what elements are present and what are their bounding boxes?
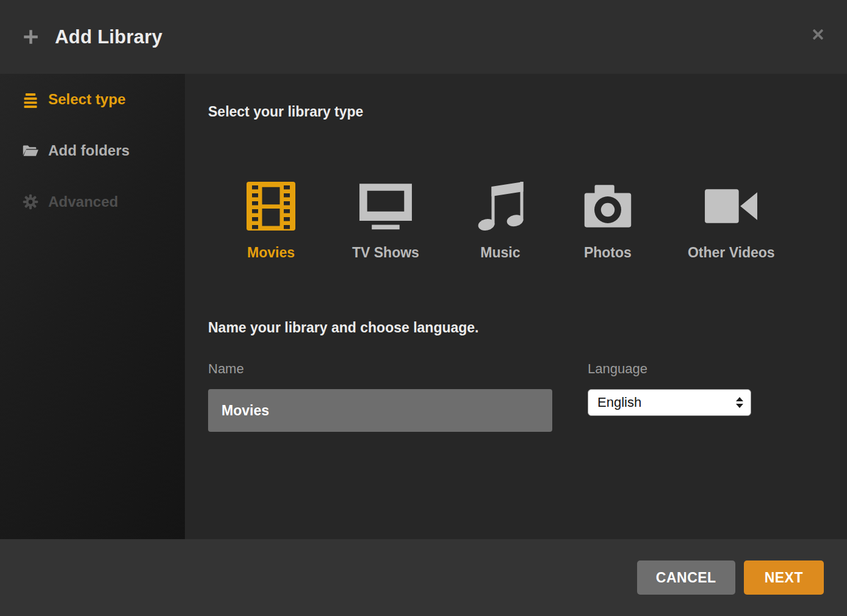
library-name-input[interactable]	[208, 389, 552, 432]
library-type-movies[interactable]: Movies	[243, 179, 298, 261]
main-panel: Select your library type	[185, 74, 847, 539]
steps-sidebar: Select type Add folders Advanc	[0, 74, 185, 539]
library-type-label: TV Shows	[352, 244, 419, 261]
library-type-heading: Select your library type	[208, 102, 824, 121]
library-type-label: Movies	[247, 244, 295, 261]
library-type-label: Music	[480, 244, 520, 261]
sidebar-item-select-type[interactable]: Select type	[0, 74, 185, 125]
dialog-footer: CANCEL NEXT	[0, 539, 847, 616]
library-type-label: Other Videos	[688, 244, 775, 261]
close-icon	[811, 27, 825, 41]
name-label: Name	[208, 361, 552, 377]
close-button[interactable]	[807, 23, 829, 45]
filmstrip-icon	[243, 179, 298, 234]
language-selected-value: English	[597, 395, 641, 410]
library-type-other-videos[interactable]: Other Videos	[688, 179, 775, 261]
sidebar-item-label: Add folders	[48, 142, 129, 159]
cancel-button[interactable]: CANCEL	[637, 560, 735, 595]
library-type-row: Movies TV Shows	[243, 179, 824, 261]
list-lines-icon	[22, 91, 39, 108]
tv-icon	[356, 182, 415, 231]
language-select[interactable]: English	[588, 389, 751, 416]
music-note-icon	[473, 179, 528, 234]
add-library-dialog: Add Library Select type	[0, 0, 847, 616]
dialog-title: Add Library	[55, 26, 162, 48]
open-folder-icon	[22, 142, 39, 159]
camera-icon	[582, 182, 634, 231]
library-type-label: Photos	[584, 244, 632, 261]
library-type-music[interactable]: Music	[473, 179, 528, 261]
dialog-body: Select type Add folders Advanc	[0, 74, 847, 539]
video-camera-icon	[702, 186, 760, 226]
select-arrows-icon	[736, 397, 743, 408]
plus-icon	[23, 29, 39, 45]
sidebar-item-label: Select type	[48, 91, 126, 108]
dialog-header: Add Library	[0, 0, 847, 74]
next-button[interactable]: NEXT	[744, 560, 824, 595]
language-label: Language	[588, 361, 751, 377]
name-language-form: Name Language English	[208, 361, 824, 432]
library-type-photos[interactable]: Photos	[582, 179, 634, 261]
sidebar-item-label: Advanced	[48, 193, 118, 210]
gear-icon	[22, 193, 39, 210]
name-language-heading: Name your library and choose language.	[208, 318, 824, 337]
library-type-tv-shows[interactable]: TV Shows	[352, 179, 419, 261]
sidebar-item-advanced: Advanced	[0, 176, 185, 227]
sidebar-item-add-folders[interactable]: Add folders	[0, 125, 185, 176]
